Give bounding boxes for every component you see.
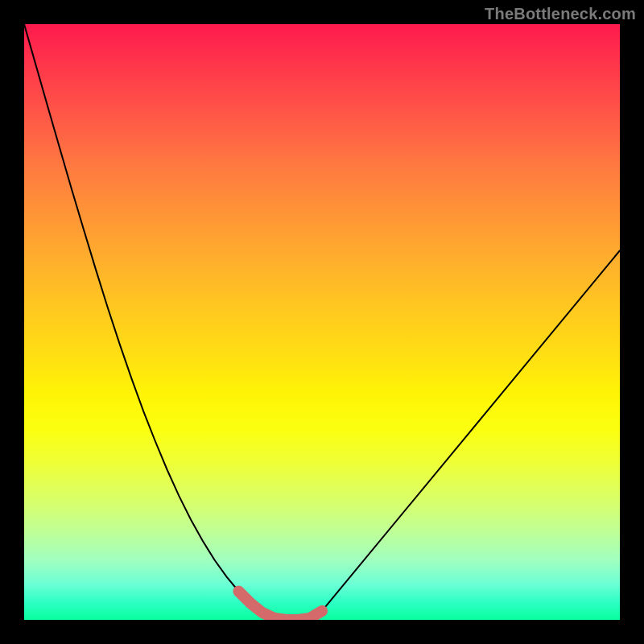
watermark-text: TheBottleneck.com — [485, 5, 636, 23]
chart-svg — [24, 24, 620, 620]
chart-highlight-left — [238, 592, 274, 618]
chart-curve — [24, 24, 620, 620]
chart-highlight-right — [298, 611, 322, 620]
chart-plot-area — [24, 24, 620, 620]
